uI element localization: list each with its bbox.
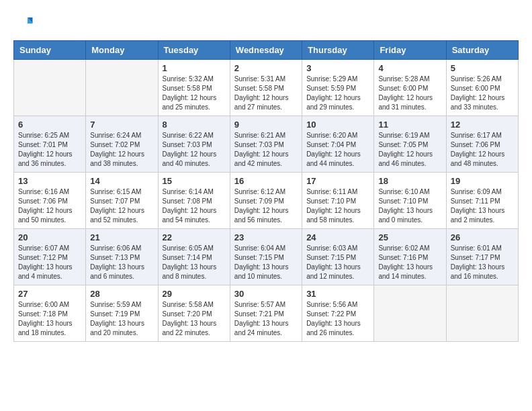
calendar-cell: 29Sunrise: 5:58 AM Sunset: 7:20 PM Dayli… bbox=[158, 285, 230, 342]
day-info: Sunrise: 5:56 AM Sunset: 7:22 PM Dayligh… bbox=[306, 300, 369, 338]
day-number: 13 bbox=[18, 176, 81, 186]
day-info: Sunrise: 6:20 AM Sunset: 7:04 PM Dayligh… bbox=[306, 131, 369, 169]
day-info: Sunrise: 5:58 AM Sunset: 7:20 PM Dayligh… bbox=[163, 300, 226, 338]
day-number: 27 bbox=[18, 289, 81, 299]
calendar-cell: 3Sunrise: 5:29 AM Sunset: 5:59 PM Daylig… bbox=[302, 60, 374, 116]
day-number: 2 bbox=[234, 63, 298, 73]
calendar-cell: 21Sunrise: 6:06 AM Sunset: 7:13 PM Dayli… bbox=[86, 229, 158, 285]
day-number: 21 bbox=[90, 232, 153, 242]
calendar-week-row: 20Sunrise: 6:07 AM Sunset: 7:12 PM Dayli… bbox=[14, 229, 519, 285]
day-info: Sunrise: 5:28 AM Sunset: 6:00 PM Dayligh… bbox=[378, 75, 441, 112]
calendar-cell: 12Sunrise: 6:17 AM Sunset: 7:06 PM Dayli… bbox=[446, 116, 518, 173]
calendar-cell: 9Sunrise: 6:21 AM Sunset: 7:03 PM Daylig… bbox=[230, 116, 302, 173]
calendar-cell: 20Sunrise: 6:07 AM Sunset: 7:12 PM Dayli… bbox=[14, 229, 86, 285]
day-number: 7 bbox=[90, 120, 153, 130]
day-info: Sunrise: 6:03 AM Sunset: 7:15 PM Dayligh… bbox=[306, 244, 369, 281]
day-info: Sunrise: 6:05 AM Sunset: 7:14 PM Dayligh… bbox=[163, 244, 226, 281]
calendar-cell: 14Sunrise: 6:15 AM Sunset: 7:07 PM Dayli… bbox=[86, 173, 158, 229]
calendar-cell: 31Sunrise: 5:56 AM Sunset: 7:22 PM Dayli… bbox=[302, 285, 374, 342]
day-info: Sunrise: 6:09 AM Sunset: 7:11 PM Dayligh… bbox=[451, 187, 514, 225]
day-info: Sunrise: 6:17 AM Sunset: 7:06 PM Dayligh… bbox=[451, 131, 514, 169]
day-number: 12 bbox=[451, 120, 514, 130]
calendar-cell: 6Sunrise: 6:25 AM Sunset: 7:01 PM Daylig… bbox=[14, 116, 86, 173]
day-number: 8 bbox=[163, 120, 226, 130]
day-info: Sunrise: 6:11 AM Sunset: 7:10 PM Dayligh… bbox=[306, 187, 369, 225]
calendar-cell bbox=[374, 285, 446, 342]
day-info: Sunrise: 6:07 AM Sunset: 7:12 PM Dayligh… bbox=[18, 244, 81, 281]
day-number: 4 bbox=[378, 63, 441, 73]
day-number: 30 bbox=[234, 289, 298, 299]
calendar-cell: 22Sunrise: 6:05 AM Sunset: 7:14 PM Dayli… bbox=[158, 229, 230, 285]
day-number: 6 bbox=[18, 120, 81, 130]
calendar-cell: 23Sunrise: 6:04 AM Sunset: 7:15 PM Dayli… bbox=[230, 229, 302, 285]
calendar-cell: 7Sunrise: 6:24 AM Sunset: 7:02 PM Daylig… bbox=[86, 116, 158, 173]
day-info: Sunrise: 5:31 AM Sunset: 5:58 PM Dayligh… bbox=[234, 75, 298, 112]
day-info: Sunrise: 6:10 AM Sunset: 7:10 PM Dayligh… bbox=[378, 187, 441, 225]
day-number: 5 bbox=[451, 63, 514, 73]
calendar-cell: 26Sunrise: 6:01 AM Sunset: 7:17 PM Dayli… bbox=[446, 229, 518, 285]
calendar-cell: 1Sunrise: 5:32 AM Sunset: 5:58 PM Daylig… bbox=[158, 60, 230, 116]
day-number: 20 bbox=[18, 232, 81, 242]
day-info: Sunrise: 6:19 AM Sunset: 7:05 PM Dayligh… bbox=[378, 131, 441, 169]
calendar-cell: 25Sunrise: 6:02 AM Sunset: 7:16 PM Dayli… bbox=[374, 229, 446, 285]
day-info: Sunrise: 6:12 AM Sunset: 7:09 PM Dayligh… bbox=[234, 187, 298, 225]
day-number: 14 bbox=[90, 176, 153, 186]
day-info: Sunrise: 6:04 AM Sunset: 7:15 PM Dayligh… bbox=[234, 244, 298, 281]
day-number: 9 bbox=[234, 120, 298, 130]
day-number: 16 bbox=[234, 176, 298, 186]
day-info: Sunrise: 6:14 AM Sunset: 7:08 PM Dayligh… bbox=[163, 187, 226, 225]
day-number: 28 bbox=[90, 289, 153, 299]
calendar-cell: 10Sunrise: 6:20 AM Sunset: 7:04 PM Dayli… bbox=[302, 116, 374, 173]
calendar-cell: 4Sunrise: 5:28 AM Sunset: 6:00 PM Daylig… bbox=[374, 60, 446, 116]
calendar-week-row: 1Sunrise: 5:32 AM Sunset: 5:58 PM Daylig… bbox=[14, 60, 519, 116]
calendar-header-sunday: Sunday bbox=[14, 41, 86, 60]
calendar-cell: 17Sunrise: 6:11 AM Sunset: 7:10 PM Dayli… bbox=[302, 173, 374, 229]
day-number: 31 bbox=[306, 289, 369, 299]
day-info: Sunrise: 5:29 AM Sunset: 5:59 PM Dayligh… bbox=[306, 75, 369, 112]
day-info: Sunrise: 5:59 AM Sunset: 7:19 PM Dayligh… bbox=[90, 300, 153, 338]
day-info: Sunrise: 5:32 AM Sunset: 5:58 PM Dayligh… bbox=[163, 75, 226, 112]
day-info: Sunrise: 5:26 AM Sunset: 6:00 PM Dayligh… bbox=[451, 75, 514, 112]
day-number: 22 bbox=[163, 232, 226, 242]
day-info: Sunrise: 6:24 AM Sunset: 7:02 PM Dayligh… bbox=[90, 131, 153, 169]
calendar-header-saturday: Saturday bbox=[446, 41, 518, 60]
day-number: 1 bbox=[163, 63, 226, 73]
day-number: 29 bbox=[163, 289, 226, 299]
calendar-cell: 18Sunrise: 6:10 AM Sunset: 7:10 PM Dayli… bbox=[374, 173, 446, 229]
day-info: Sunrise: 6:02 AM Sunset: 7:16 PM Dayligh… bbox=[378, 244, 441, 281]
day-number: 25 bbox=[378, 232, 441, 242]
calendar-cell: 13Sunrise: 6:16 AM Sunset: 7:06 PM Dayli… bbox=[14, 173, 86, 229]
day-info: Sunrise: 6:15 AM Sunset: 7:07 PM Dayligh… bbox=[90, 187, 153, 225]
day-number: 10 bbox=[306, 120, 369, 130]
calendar-header-tuesday: Tuesday bbox=[158, 41, 230, 60]
calendar-cell: 5Sunrise: 5:26 AM Sunset: 6:00 PM Daylig… bbox=[446, 60, 518, 116]
calendar-week-row: 6Sunrise: 6:25 AM Sunset: 7:01 PM Daylig… bbox=[14, 116, 519, 173]
logo-icon bbox=[13, 13, 34, 34]
calendar-week-row: 27Sunrise: 6:00 AM Sunset: 7:18 PM Dayli… bbox=[14, 285, 519, 342]
calendar-header-friday: Friday bbox=[374, 41, 446, 60]
day-info: Sunrise: 6:25 AM Sunset: 7:01 PM Dayligh… bbox=[18, 131, 81, 169]
calendar-cell: 27Sunrise: 6:00 AM Sunset: 7:18 PM Dayli… bbox=[14, 285, 86, 342]
day-number: 19 bbox=[451, 176, 514, 186]
calendar-cell: 28Sunrise: 5:59 AM Sunset: 7:19 PM Dayli… bbox=[86, 285, 158, 342]
logo bbox=[13, 13, 36, 34]
day-number: 26 bbox=[451, 232, 514, 242]
calendar-header-wednesday: Wednesday bbox=[230, 41, 302, 60]
calendar-cell: 2Sunrise: 5:31 AM Sunset: 5:58 PM Daylig… bbox=[230, 60, 302, 116]
calendar-cell: 11Sunrise: 6:19 AM Sunset: 7:05 PM Dayli… bbox=[374, 116, 446, 173]
day-info: Sunrise: 5:57 AM Sunset: 7:21 PM Dayligh… bbox=[234, 300, 298, 338]
day-number: 15 bbox=[163, 176, 226, 186]
calendar-cell bbox=[446, 285, 518, 342]
calendar-cell bbox=[86, 60, 158, 116]
calendar-cell: 15Sunrise: 6:14 AM Sunset: 7:08 PM Dayli… bbox=[158, 173, 230, 229]
calendar-cell: 30Sunrise: 5:57 AM Sunset: 7:21 PM Dayli… bbox=[230, 285, 302, 342]
day-number: 18 bbox=[378, 176, 441, 186]
calendar-header-thursday: Thursday bbox=[302, 41, 374, 60]
calendar-cell: 24Sunrise: 6:03 AM Sunset: 7:15 PM Dayli… bbox=[302, 229, 374, 285]
calendar-cell: 8Sunrise: 6:22 AM Sunset: 7:03 PM Daylig… bbox=[158, 116, 230, 173]
day-number: 24 bbox=[306, 232, 369, 242]
day-number: 11 bbox=[378, 120, 441, 130]
day-number: 3 bbox=[306, 63, 369, 73]
day-number: 23 bbox=[234, 232, 298, 242]
calendar-cell bbox=[14, 60, 86, 116]
